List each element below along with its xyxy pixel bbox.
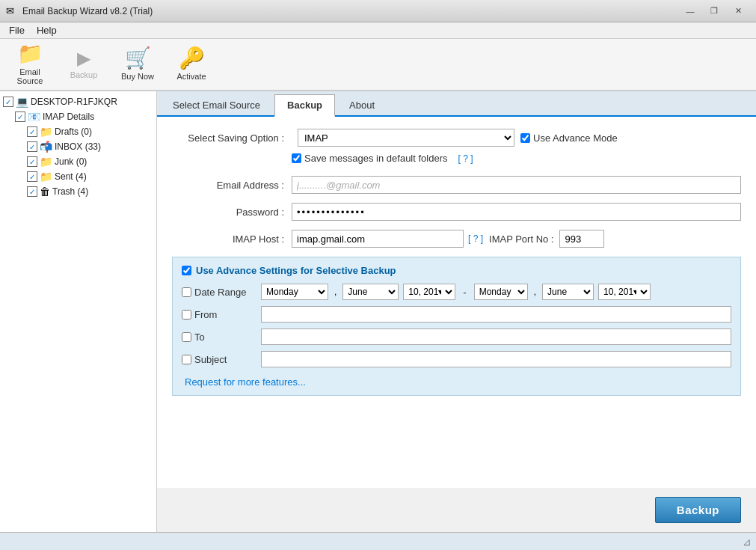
- sent-icon: 📁: [40, 171, 52, 183]
- save-messages-checkbox[interactable]: [292, 153, 301, 163]
- sidebar-trash-label: Trash (4): [52, 186, 88, 197]
- password-label: Password :: [172, 207, 292, 218]
- toolbar-buynow-label: Buy Now: [121, 72, 154, 81]
- email-address-row: Email Address :: [172, 176, 741, 194]
- saving-option-label: Select Saving Option :: [172, 132, 292, 144]
- toolbar: 📁 Email Source ▶ Backup 🛒 Buy Now 🔑 Acti…: [0, 39, 756, 91]
- subject-checkbox-label[interactable]: Subject: [182, 354, 256, 365]
- sidebar-item-junk[interactable]: 📁 Junk (0): [0, 154, 156, 169]
- menu-file[interactable]: File: [3, 23, 31, 37]
- saving-option-row: Select Saving Option : IMAP EML PST MSG …: [172, 129, 741, 147]
- to-checkbox[interactable]: [182, 332, 191, 342]
- trash-icon: 🗑: [40, 186, 50, 198]
- saving-option-select[interactable]: IMAP EML PST MSG PDF: [298, 129, 514, 147]
- content-area: Select Email Source Backup About Select …: [157, 91, 756, 532]
- date-range-row: Date Range MondayTuesdayWednesday , June…: [182, 284, 731, 300]
- tab-about[interactable]: About: [336, 94, 387, 115]
- title-bar-controls: — ❐ ✕: [678, 4, 750, 19]
- save-messages-help-link[interactable]: [ ? ]: [458, 153, 473, 164]
- app-icon: ✉: [6, 5, 18, 17]
- advance-settings-checkbox[interactable]: [182, 266, 191, 275]
- title-bar: ✉ Email Backup Wizard v8.2 (Trial) — ❐ ✕: [0, 0, 756, 22]
- save-messages-text: Save messages in default folders: [304, 153, 448, 164]
- email-address-input[interactable]: [292, 176, 741, 194]
- folder-icon: 📁: [17, 43, 43, 64]
- from-date-num-select[interactable]: 10, 201▾: [403, 284, 455, 300]
- from-input[interactable]: [261, 306, 731, 323]
- subject-text: Subject: [194, 354, 227, 365]
- sidebar-drafts-label: Drafts (0): [55, 126, 92, 137]
- sidebar-item-imap[interactable]: 📧 IMAP Details: [0, 109, 156, 124]
- to-text: To: [194, 331, 205, 343]
- drafts-checkbox[interactable]: [27, 126, 37, 137]
- advance-settings-section: Use Advance Settings for Selective Backu…: [172, 257, 741, 396]
- toolbar-backup-button[interactable]: ▶ Backup: [60, 42, 108, 87]
- inbox-checkbox[interactable]: [27, 141, 37, 152]
- to-row: To: [182, 329, 731, 345]
- to-date-day-select[interactable]: MondayTuesday: [474, 284, 528, 300]
- restore-button[interactable]: ❐: [702, 4, 726, 19]
- backup-button[interactable]: Backup: [655, 497, 741, 523]
- from-checkbox[interactable]: [182, 310, 191, 320]
- sidebar-item-computer[interactable]: 💻 DESKTOP-R1FJKQR: [0, 94, 156, 109]
- to-input[interactable]: [261, 329, 731, 345]
- subject-checkbox[interactable]: [182, 355, 191, 364]
- backup-button-row: Backup: [157, 488, 756, 532]
- junk-checkbox[interactable]: [27, 156, 37, 167]
- use-advance-mode-checkbox-label[interactable]: Use Advance Mode: [520, 132, 618, 144]
- imap-icon: 📧: [28, 111, 40, 123]
- sidebar-item-sent[interactable]: 📁 Sent (4): [0, 169, 156, 184]
- toolbar-buynow-button[interactable]: 🛒 Buy Now: [114, 42, 162, 87]
- imap-port-label: IMAP Port No :: [489, 233, 553, 245]
- date-range-checkbox-label[interactable]: Date Range: [182, 287, 256, 298]
- title-bar-text: Email Backup Wizard v8.2 (Trial): [22, 6, 678, 16]
- use-advance-mode-checkbox[interactable]: [520, 133, 530, 143]
- sidebar-computer-label: DESKTOP-R1FJKQR: [31, 97, 117, 107]
- sidebar-item-drafts[interactable]: 📁 Drafts (0): [0, 124, 156, 139]
- status-bar: ⊿: [0, 532, 756, 550]
- toolbar-activate-button[interactable]: 🔑 Activate: [168, 42, 215, 87]
- subject-row: Subject: [182, 351, 731, 367]
- key-icon: 🔑: [179, 48, 205, 69]
- menu-help[interactable]: Help: [31, 23, 63, 37]
- use-advance-mode-text: Use Advance Mode: [533, 132, 618, 144]
- minimize-button[interactable]: —: [678, 4, 702, 19]
- from-date-day-select[interactable]: MondayTuesdayWednesday: [261, 284, 328, 300]
- date-range-separator: -: [460, 287, 469, 298]
- main-layout: 💻 DESKTOP-R1FJKQR 📧 IMAP Details 📁 Draft…: [0, 91, 756, 532]
- advance-settings-label: Use Advance Settings for Selective Backu…: [196, 265, 396, 276]
- imap-host-input[interactable]: [292, 230, 464, 248]
- sidebar-item-trash[interactable]: 🗑 Trash (4): [0, 184, 156, 199]
- toolbar-email-source-button[interactable]: 📁 Email Source: [6, 42, 54, 87]
- close-button[interactable]: ✕: [726, 4, 750, 19]
- save-messages-checkbox-label[interactable]: Save messages in default folders: [292, 153, 448, 164]
- subject-input[interactable]: [261, 351, 731, 367]
- to-date-month-select[interactable]: JuneJanuary: [542, 284, 594, 300]
- password-row: Password :: [172, 203, 741, 221]
- tab-bar: Select Email Source Backup About: [157, 91, 756, 117]
- imap-checkbox[interactable]: [15, 111, 25, 122]
- sidebar: 💻 DESKTOP-R1FJKQR 📧 IMAP Details 📁 Draft…: [0, 91, 157, 532]
- junk-icon: 📁: [40, 156, 52, 168]
- to-checkbox-label[interactable]: To: [182, 331, 256, 343]
- from-date-comma: ,: [333, 287, 338, 297]
- menu-bar: File Help: [0, 22, 756, 39]
- tab-backup[interactable]: Backup: [274, 94, 335, 117]
- toolbar-email-source-label: Email Source: [7, 67, 53, 85]
- password-input[interactable]: [292, 203, 741, 221]
- from-checkbox-label[interactable]: From: [182, 309, 256, 320]
- trash-checkbox[interactable]: [27, 186, 37, 197]
- toolbar-activate-label: Activate: [176, 72, 206, 81]
- sidebar-inbox-label: INBOX (33): [55, 141, 101, 152]
- date-range-checkbox[interactable]: [182, 287, 191, 297]
- imap-port-input[interactable]: [559, 230, 604, 248]
- sidebar-item-inbox[interactable]: 📬 INBOX (33): [0, 139, 156, 154]
- from-date-month-select[interactable]: JuneJanuaryFebruary: [342, 284, 399, 300]
- sent-checkbox[interactable]: [27, 171, 37, 182]
- tab-select-email-source[interactable]: Select Email Source: [160, 94, 273, 115]
- imap-help-link[interactable]: [ ? ]: [468, 233, 483, 244]
- computer-checkbox[interactable]: [3, 97, 13, 107]
- computer-icon: 💻: [16, 96, 28, 108]
- request-features-link[interactable]: Request for more features...: [182, 376, 306, 388]
- to-date-num-select[interactable]: 10, 201▾: [598, 284, 651, 300]
